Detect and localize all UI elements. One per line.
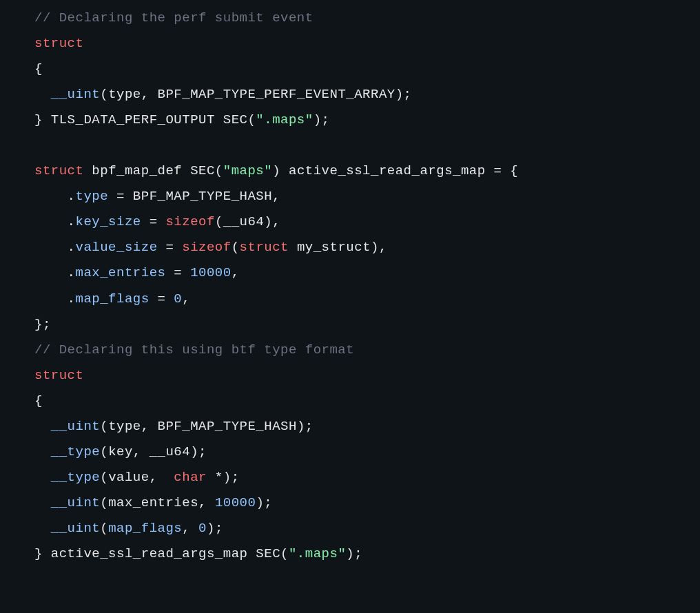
code-token-default: (type, BPF_MAP_TYPE_PERF_EVENT_ARRAY); xyxy=(100,87,411,102)
code-token-string: "maps" xyxy=(223,163,272,178)
code-token-default: = BPF_MAP_TYPE_HASH, xyxy=(108,189,280,204)
code-token-function: __uint xyxy=(51,521,100,536)
code-token-default: . xyxy=(34,189,76,204)
code-token-default: , xyxy=(182,291,190,306)
code-token-function: __uint xyxy=(51,419,100,434)
code-token-keyword: struct xyxy=(34,163,83,178)
code-token-default xyxy=(34,495,51,510)
code-token-default: ); xyxy=(313,112,330,127)
code-token-default: (key, __u64); xyxy=(100,444,207,459)
code-line: .map_flags = 0, xyxy=(34,287,700,312)
code-token-default xyxy=(34,138,43,153)
code-block: // Declaring the perf submit eventstruct… xyxy=(34,6,700,567)
code-token-keyword: struct xyxy=(34,368,83,383)
code-token-number: 10000 xyxy=(190,265,231,280)
code-token-default: = xyxy=(150,291,174,306)
code-line: .key_size = sizeof(__u64), xyxy=(34,209,700,235)
code-token-default: . xyxy=(34,214,76,229)
code-line: } TLS_DATA_PERF_OUTPUT SEC(".maps"); xyxy=(34,107,700,133)
code-line: struct xyxy=(34,363,700,388)
code-token-property: type xyxy=(76,189,109,204)
code-token-default: . xyxy=(34,265,76,280)
code-token-default: (__u64), xyxy=(215,214,280,229)
code-token-default: bpf_map_def SEC( xyxy=(83,163,223,178)
code-token-function: __uint xyxy=(51,495,100,510)
code-token-comment: // Declaring this using btf type format xyxy=(34,342,354,357)
code-token-default: (type, BPF_MAP_TYPE_HASH); xyxy=(100,419,313,434)
code-line: __type(value, char *); xyxy=(34,465,700,490)
code-token-default: ); xyxy=(207,521,223,536)
code-token-default xyxy=(34,87,51,102)
code-line: __uint(max_entries, 10000); xyxy=(34,490,700,516)
code-token-keyword: struct xyxy=(240,240,289,255)
code-token-default xyxy=(34,444,51,459)
code-token-property: map_flags xyxy=(108,521,182,536)
code-token-default: { xyxy=(34,393,43,408)
code-line: { xyxy=(34,388,700,414)
code-line: __uint(map_flags, 0); xyxy=(34,516,700,541)
code-token-default: ( xyxy=(231,240,240,255)
code-token-default xyxy=(34,521,51,536)
code-token-default: } TLS_DATA_PERF_OUTPUT SEC( xyxy=(34,112,256,127)
code-token-default: . xyxy=(34,291,76,306)
code-token-function: __uint xyxy=(51,87,100,102)
code-token-default: ) active_ssl_read_args_map = { xyxy=(272,163,518,178)
code-token-default: ( xyxy=(100,521,108,536)
code-token-property: max_entries xyxy=(76,265,166,280)
code-token-default: *); xyxy=(207,470,240,485)
code-token-function: __type xyxy=(51,470,100,485)
code-token-string: ".maps" xyxy=(289,546,346,561)
code-line: }; xyxy=(34,312,700,337)
code-token-default: , xyxy=(231,265,240,280)
code-line: __type(key, __u64); xyxy=(34,439,700,465)
code-line xyxy=(34,133,700,158)
code-line: { xyxy=(34,56,700,82)
code-token-string: ".maps" xyxy=(256,112,313,127)
code-token-number: 0 xyxy=(174,291,182,306)
code-token-default: = xyxy=(165,265,190,280)
code-token-default: { xyxy=(34,61,43,76)
code-line: } active_ssl_read_args_map SEC(".maps"); xyxy=(34,541,700,567)
code-token-default: (max_entries, xyxy=(100,495,215,510)
code-token-property: map_flags xyxy=(76,291,150,306)
code-token-default: ); xyxy=(256,495,272,510)
code-line: __uint(type, BPF_MAP_TYPE_HASH); xyxy=(34,414,700,439)
code-token-type: char xyxy=(174,470,207,485)
code-line: .value_size = sizeof(struct my_struct), xyxy=(34,235,700,260)
code-token-property: value_size xyxy=(76,240,158,255)
code-line: // Declaring this using btf type format xyxy=(34,337,700,363)
code-token-function: __type xyxy=(51,444,100,459)
code-token-type: sizeof xyxy=(165,214,214,229)
code-token-default: = xyxy=(141,214,166,229)
code-line: // Declaring the perf submit event xyxy=(34,6,700,31)
code-token-comment: // Declaring the perf submit event xyxy=(34,10,313,25)
code-token-default: } active_ssl_read_args_map SEC( xyxy=(34,546,289,561)
code-token-number: 10000 xyxy=(215,495,256,510)
code-token-property: key_size xyxy=(76,214,141,229)
code-token-keyword: struct xyxy=(34,36,83,51)
code-token-default xyxy=(34,470,51,485)
code-token-default: (value, xyxy=(100,470,174,485)
code-token-default: . xyxy=(34,240,76,255)
code-line: .max_entries = 10000, xyxy=(34,260,700,286)
code-line: __uint(type, BPF_MAP_TYPE_PERF_EVENT_ARR… xyxy=(34,82,700,107)
code-line: struct xyxy=(34,31,700,56)
code-line: .type = BPF_MAP_TYPE_HASH, xyxy=(34,184,700,209)
code-token-type: sizeof xyxy=(182,240,231,255)
code-token-default: ); xyxy=(346,546,362,561)
code-token-default: }; xyxy=(34,317,51,332)
code-token-number: 0 xyxy=(198,521,207,536)
code-token-default: my_struct), xyxy=(289,240,387,255)
code-token-default: = xyxy=(158,240,183,255)
code-line: struct bpf_map_def SEC("maps") active_ss… xyxy=(34,158,700,184)
code-token-default xyxy=(34,419,51,434)
code-token-default: , xyxy=(182,521,198,536)
